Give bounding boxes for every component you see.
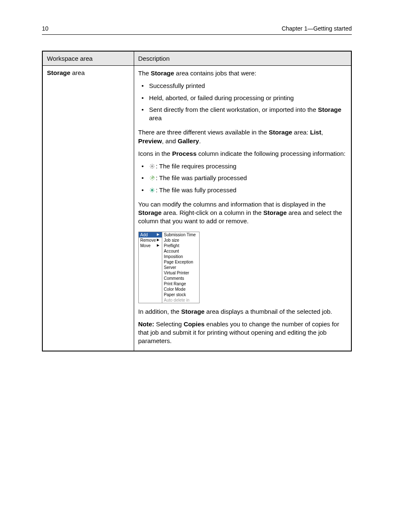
list-item: : The file was partially processed [140,174,347,182]
addition-text: In addition, the Storage area displays a… [138,307,347,316]
col-header-workspace: Workspace area [42,51,134,66]
row-description: The Storage area contains jobs that were… [134,66,351,351]
list-item: : The file requires processing [140,162,347,170]
submenu-item: Imposition [162,254,199,259]
submenu-item: Comments [162,276,199,281]
context-menu-screenshot: Add▶ Remove▶ Move▶ Submission Time Job s… [138,232,200,303]
list-item: Held, aborted, or failed during processi… [140,94,347,102]
row-label-storage: Storage area [42,66,134,351]
table-row: Storage area The Storage area contains j… [42,66,351,351]
page-container: 10 Chapter 1—Getting started Workspace a… [0,0,400,351]
gear-full-icon [149,187,155,193]
submenu-item: Server [162,265,199,270]
workspace-table: Workspace area Description Storage area … [42,51,352,351]
page-number: 10 [42,25,49,32]
list-item: Sent directly from the client workstatio… [140,106,347,123]
menu-item-add: Add▶ [139,232,162,238]
submenu-arrow-icon: ▶ [157,238,159,243]
menu-left: Add▶ Remove▶ Move▶ [139,232,162,303]
submenu-item-disabled: Auto delete in [162,297,199,303]
menu-submenu: Submission Time Job size Preflight Accou… [162,232,199,303]
submenu-item: Virtual Printer [162,270,199,276]
submenu-arrow-icon: ▶ [157,243,159,248]
modify-text: You can modify the columns and informati… [138,200,347,226]
chapter-title: Chapter 1—Getting started [282,25,352,32]
views-text: There are three different views availabl… [138,128,347,145]
submenu-item: Page Exception [162,259,199,265]
col-header-description: Description [134,51,351,66]
gear-outline-icon [149,163,155,169]
jobs-list: Successfully printed Held, aborted, or f… [138,82,347,122]
gear-partial-icon [149,175,155,181]
submenu-arrow-icon: ▶ [157,232,159,237]
note-text: Note: Selecting Copies enables you to ch… [138,320,347,346]
svg-point-2 [151,189,153,191]
icons-intro: Icons in the Process column indicate the… [138,150,347,158]
submenu-item: Job size [162,238,199,243]
submenu-item: Account [162,248,199,254]
submenu-item: Paper stock [162,292,199,297]
menu-item-move: Move▶ [139,243,162,248]
submenu-item: Preflight [162,243,199,248]
intro-text: The Storage area contains jobs that were… [138,69,347,77]
submenu-item: Print Range [162,281,199,287]
icon-list: : The file requires processing : The fil… [138,162,347,194]
submenu-item: Color Mode [162,287,199,292]
submenu-item: Submission Time [162,232,199,238]
list-item: Successfully printed [140,82,347,90]
menu-item-remove: Remove▶ [139,238,162,243]
svg-point-0 [151,165,153,167]
page-header: 10 Chapter 1—Getting started [42,25,352,35]
list-item: : The file was fully processed [140,186,347,194]
